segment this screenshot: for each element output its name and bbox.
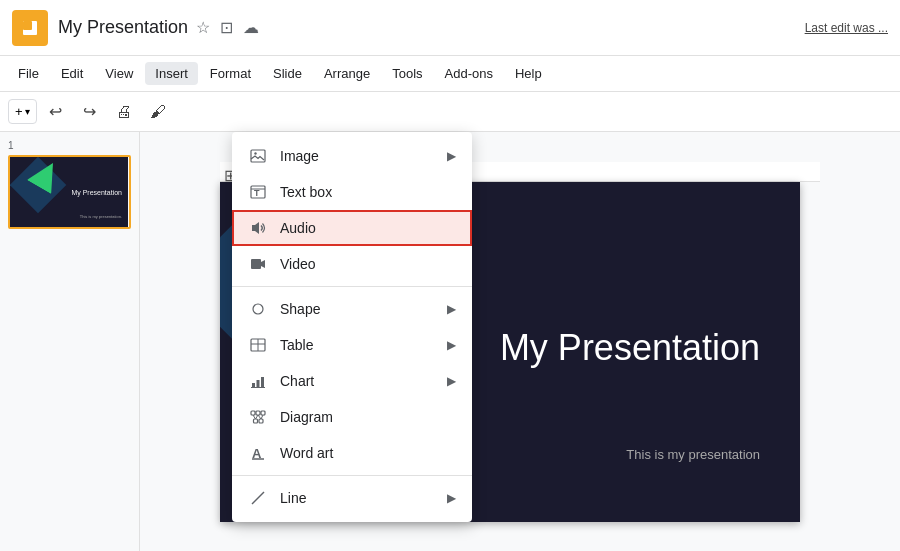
menu-slide[interactable]: Slide [263,62,312,85]
shape-arrow-icon: ▶ [447,302,456,316]
image-label: Image [280,148,447,164]
slide-thumbnail[interactable]: My Presentation This is my presentation. [8,155,131,229]
video-label: Video [280,256,456,272]
divider2 [232,475,472,476]
shape-label: Shape [280,301,447,317]
menu-bar: File Edit View Insert Format Slide Arran… [0,56,900,92]
line-arrow-icon: ▶ [447,491,456,505]
shape-icon [248,299,268,319]
svg-marker-10 [261,260,265,268]
svg-point-11 [253,304,263,314]
menu-item-chart[interactable]: Chart ▶ [232,363,472,399]
diagram-icon [248,407,268,427]
canvas-subtitle: This is my presentation [626,447,760,462]
table-arrow-icon: ▶ [447,338,456,352]
menu-addons[interactable]: Add-ons [435,62,503,85]
chart-arrow-icon: ▶ [447,374,456,388]
line-label: Line [280,490,447,506]
menu-tools[interactable]: Tools [382,62,432,85]
svg-rect-16 [257,380,260,387]
chart-icon [248,371,268,391]
chart-label: Chart [280,373,447,389]
canvas-title: My Presentation [500,326,760,368]
diagram-label: Diagram [280,409,456,425]
document-title[interactable]: My Presentation [58,17,188,38]
wordart-label: Word art [280,445,456,461]
title-bar: My Presentation ☆ ⊡ ☁ Last edit was ... [0,0,900,56]
divider1 [232,286,472,287]
image-arrow-icon: ▶ [447,149,456,163]
slide-preview: My Presentation This is my presentation. [10,157,128,227]
menu-format[interactable]: Format [200,62,261,85]
svg-rect-9 [251,259,261,269]
menu-item-line[interactable]: Line ▶ [232,480,472,516]
svg-rect-21 [261,411,265,415]
svg-line-26 [258,415,261,419]
menu-item-shape[interactable]: Shape ▶ [232,291,472,327]
menu-view[interactable]: View [95,62,143,85]
app-icon [12,10,48,46]
slides-panel: 1 My Presentation This is my presentatio… [0,132,140,551]
dropdown-arrow-icon: ▾ [25,106,30,117]
svg-rect-19 [251,411,255,415]
table-icon [248,335,268,355]
svg-line-27 [261,415,263,419]
image-icon [248,146,268,166]
menu-item-diagram[interactable]: Diagram [232,399,472,435]
undo-button[interactable]: ↩ [41,97,71,127]
plus-icon: + [15,104,23,119]
svg-line-25 [256,415,259,419]
table-label: Table [280,337,447,353]
line-icon [248,488,268,508]
audio-label: Audio [280,220,456,236]
svg-rect-15 [252,383,255,387]
add-slide-button[interactable]: + ▾ [8,99,37,124]
menu-item-wordart[interactable]: A Word art [232,435,472,471]
svg-point-4 [254,152,256,154]
cloud-icon[interactable]: ☁ [243,18,259,37]
folder-icon[interactable]: ⊡ [220,18,233,37]
insert-dropdown-menu[interactable]: Image ▶ T Text box Au [232,132,472,522]
toolbar: + ▾ ↩ ↪ 🖨 🖌 [0,92,900,132]
svg-rect-20 [256,411,260,415]
svg-marker-8 [252,222,259,234]
textbox-label: Text box [280,184,456,200]
menu-insert[interactable]: Insert [145,62,198,85]
title-icons: ☆ ⊡ ☁ [196,18,259,37]
menu-item-video[interactable]: Video [232,246,472,282]
menu-item-table[interactable]: Table ▶ [232,327,472,363]
textbox-icon: T [248,182,268,202]
svg-rect-2 [23,21,32,30]
menu-item-image[interactable]: Image ▶ [232,138,472,174]
svg-rect-23 [259,419,263,423]
video-icon [248,254,268,274]
redo-button[interactable]: ↪ [75,97,105,127]
print-button[interactable]: 🖨 [109,97,139,127]
svg-rect-22 [254,419,258,423]
svg-line-24 [253,415,256,419]
svg-line-30 [252,492,264,504]
preview-subtitle: This is my presentation. [80,214,122,219]
preview-title: My Presentation [71,189,122,196]
last-edit-label: Last edit was ... [805,21,888,35]
svg-rect-17 [261,377,264,387]
svg-rect-3 [251,150,265,162]
wordart-icon: A [248,443,268,463]
paint-format-button[interactable]: 🖌 [143,97,173,127]
menu-item-textbox[interactable]: T Text box [232,174,472,210]
menu-file[interactable]: File [8,62,49,85]
menu-help[interactable]: Help [505,62,552,85]
audio-icon [248,218,268,238]
menu-edit[interactable]: Edit [51,62,93,85]
star-icon[interactable]: ☆ [196,18,210,37]
menu-item-audio[interactable]: Audio [232,210,472,246]
slide-number: 1 [8,140,131,151]
menu-arrange[interactable]: Arrange [314,62,380,85]
